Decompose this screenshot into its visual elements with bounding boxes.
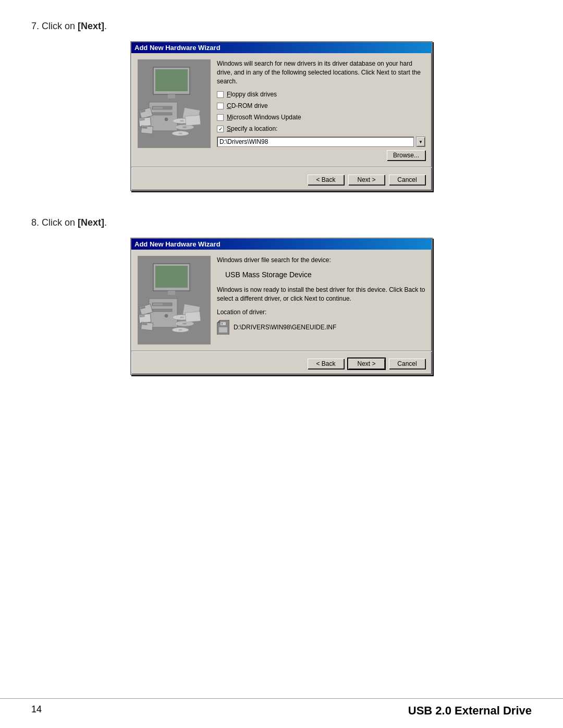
floppy-icon — [217, 320, 229, 335]
dialog2-location-label: Location of driver: — [217, 308, 425, 317]
svg-point-19 — [182, 127, 187, 128]
svg-rect-7 — [153, 107, 163, 109]
svg-point-41 — [180, 317, 184, 318]
checkbox-cdrom-label: CD-ROM drive — [227, 102, 268, 109]
dialog2-driver-path: D:\DRIVERS\WIN98\GENEUIDE.INF — [234, 324, 336, 331]
checkbox-location-input[interactable] — [217, 126, 224, 132]
svg-rect-31 — [153, 303, 163, 305]
dialog2-cancel-button[interactable]: Cancel — [389, 359, 425, 369]
svg-rect-52 — [222, 323, 223, 325]
page-footer: 14 USB 2.0 External Drive — [0, 698, 563, 718]
svg-rect-3 — [168, 94, 175, 98]
browse-btn-row: Browse... — [217, 150, 425, 161]
svg-rect-23 — [185, 115, 200, 126]
svg-rect-4 — [163, 98, 180, 101]
checkbox-location-label: Specify a location: — [227, 125, 277, 132]
dialog1-separator — [131, 167, 432, 167]
dialog2-separator — [131, 351, 432, 351]
dialog2-description-top: Windows driver file search for the devic… — [217, 256, 425, 265]
location-input[interactable] — [217, 137, 414, 147]
svg-point-17 — [180, 120, 184, 122]
checkbox-floppy-input[interactable] — [217, 91, 224, 98]
svg-rect-8 — [152, 113, 172, 115]
dialog2-titlebar: Add New Hardware Wizard — [131, 239, 432, 250]
svg-point-33 — [165, 314, 168, 317]
checkbox-location[interactable]: Specify a location: — [217, 125, 425, 132]
svg-point-21 — [179, 133, 182, 134]
checkbox-floppy-label: Floppy disk drives — [227, 91, 277, 98]
checkbox-floppy[interactable]: Floppy disk drives — [217, 91, 425, 98]
svg-rect-27 — [168, 291, 175, 295]
dialog1-next-button[interactable]: Next > — [348, 175, 385, 185]
dialog1-description: Windows will search for new drivers in i… — [217, 59, 425, 85]
dialog2-description-bottom: Windows is now ready to install the best… — [217, 286, 425, 303]
checkbox-winupdate-input[interactable] — [217, 114, 224, 121]
dialog1-titlebar: Add New Hardware Wizard — [131, 42, 432, 53]
dialog2: Add New Hardware Wizard — [130, 238, 433, 375]
svg-rect-50 — [219, 327, 227, 332]
svg-rect-26 — [155, 266, 188, 288]
dialog1-buttons: < Back Next > Cancel — [131, 171, 432, 190]
footer-page-number: 14 — [31, 704, 42, 718]
dialog2-device-name: USB Mass Storage Device — [225, 270, 425, 280]
dialog1-content: Windows will search for new drivers in i… — [217, 59, 425, 161]
svg-rect-32 — [152, 309, 172, 312]
dialog2-content: Windows driver file search for the devic… — [217, 256, 425, 344]
dialog1-illustration — [138, 59, 211, 148]
dialog2-back-button[interactable]: < Back — [308, 359, 344, 369]
dialog2-illustration — [138, 256, 211, 344]
dialog1: Add New Hardware Wizard — [130, 41, 433, 191]
svg-point-45 — [179, 329, 182, 331]
dialog2-title: Add New Hardware Wizard — [134, 240, 221, 248]
dialog1-back-button[interactable]: < Back — [308, 175, 344, 185]
dialog1-title: Add New Hardware Wizard — [134, 44, 221, 52]
dialog2-next-button[interactable]: Next > — [348, 359, 385, 369]
svg-rect-47 — [185, 312, 200, 322]
checkbox-cdrom-input[interactable] — [217, 103, 224, 109]
location-dropdown-arrow[interactable]: ▼ — [416, 137, 425, 147]
footer-title: USB 2.0 External Drive — [408, 704, 532, 718]
svg-rect-28 — [163, 295, 180, 297]
step8-label: 8. Click on [Next]. — [31, 217, 532, 228]
dialog1-cancel-button[interactable]: Cancel — [389, 175, 425, 185]
svg-point-43 — [182, 323, 187, 325]
location-row: ▼ — [217, 137, 425, 147]
checkbox-winupdate[interactable]: Microsoft Windows Update — [217, 114, 425, 121]
svg-rect-51 — [221, 322, 226, 325]
step7-label: 7. Click on [Next]. — [31, 21, 532, 32]
dialog2-buttons: < Back Next > Cancel — [131, 355, 432, 374]
driver-location-row: D:\DRIVERS\WIN98\GENEUIDE.INF — [217, 320, 425, 335]
browse-button[interactable]: Browse... — [387, 150, 425, 161]
svg-rect-2 — [155, 69, 188, 91]
svg-point-9 — [165, 118, 168, 121]
checkbox-winupdate-label: Microsoft Windows Update — [227, 114, 301, 121]
checkbox-cdrom[interactable]: CD-ROM drive — [217, 102, 425, 109]
